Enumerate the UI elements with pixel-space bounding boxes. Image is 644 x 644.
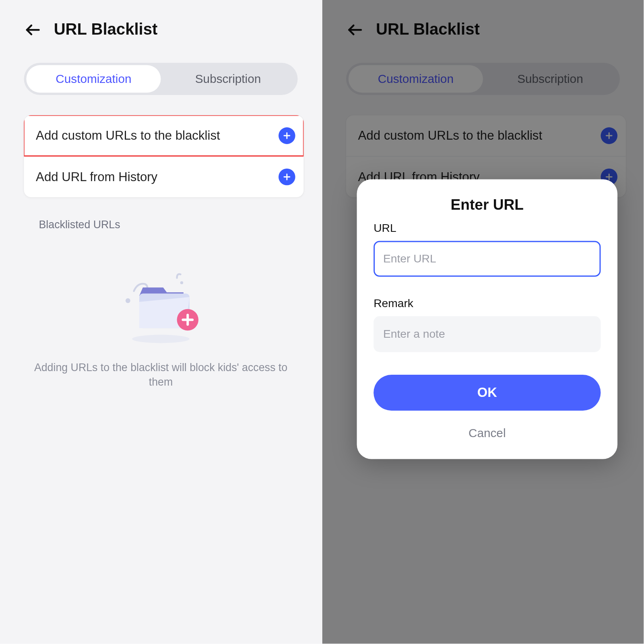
header: URL Blacklist: [0, 0, 322, 51]
enter-url-modal: Enter URL URL Remark OK Cancel: [357, 180, 617, 459]
screen-left: URL Blacklist Customization Subscription…: [0, 0, 322, 644]
plus-icon[interactable]: [279, 127, 295, 144]
tab-customization[interactable]: Customization: [26, 65, 161, 93]
segmented-control: Customization Subscription: [0, 51, 322, 101]
cancel-button[interactable]: Cancel: [374, 423, 601, 444]
row-label: Add custom URLs to the blacklist: [36, 128, 220, 143]
row-label: Add URL from History: [36, 170, 157, 184]
empty-folder-icon: [110, 267, 211, 345]
ok-button-label: OK: [477, 385, 497, 400]
tab-label: Customization: [56, 72, 131, 86]
cancel-button-label: Cancel: [469, 426, 506, 440]
page-title: URL Blacklist: [54, 20, 158, 39]
remark-field-label: Remark: [374, 297, 601, 310]
url-field-label: URL: [374, 222, 601, 235]
url-input[interactable]: [374, 241, 601, 277]
row-add-custom-url[interactable]: Add custom URLs to the blacklist: [24, 116, 303, 156]
blacklisted-urls-heading: Blacklisted URLs: [0, 197, 322, 231]
screen-right: URL Blacklist Customization Subscription…: [322, 0, 644, 644]
svg-point-6: [126, 298, 130, 303]
modal-title: Enter URL: [374, 196, 601, 213]
actions-card: Add custom URLs to the blacklist Add URL…: [24, 116, 303, 197]
remark-input[interactable]: [374, 316, 601, 352]
ok-button[interactable]: OK: [374, 375, 601, 411]
svg-point-5: [132, 335, 190, 343]
tab-subscription[interactable]: Subscription: [161, 65, 295, 93]
empty-state: Adding URLs to the blacklist will block …: [0, 231, 322, 390]
svg-point-7: [180, 281, 183, 284]
row-add-from-history[interactable]: Add URL from History: [24, 156, 303, 197]
plus-icon[interactable]: [279, 169, 295, 186]
empty-state-text: Adding URLs to the blacklist will block …: [32, 360, 289, 389]
back-arrow-icon[interactable]: [24, 21, 42, 39]
tab-label: Subscription: [195, 72, 261, 86]
